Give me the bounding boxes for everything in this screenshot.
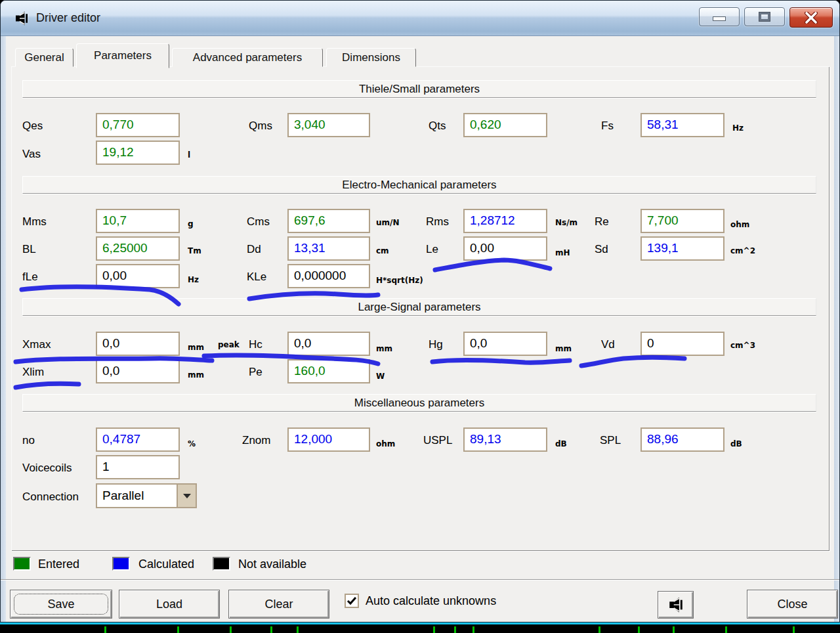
field-input-hc[interactable]: 0,0 [287,332,370,356]
field-value-voicecoils: 1 [102,460,110,473]
maximize-button[interactable] [744,7,785,26]
field-label-cms: Cms [247,215,270,229]
field-input-znom[interactable]: 12,000 [287,427,370,452]
window-title: Driver editor [36,11,100,25]
unit-mms: g [188,219,194,229]
field-input-qes[interactable]: 0,770 [96,113,180,137]
field-input-hg[interactable]: 0,0 [463,332,547,356]
field-input-sd[interactable]: 139,1 [640,236,724,261]
field-label-voicecoils: Voicecoils [22,462,72,475]
field-value-qts: 0,620 [470,118,501,131]
tab-parameters[interactable]: Parameters [76,43,169,68]
field-value-spl: 88,96 [647,432,679,446]
field-input-rms[interactable]: 1,28712 [463,209,547,233]
section-header-miscellaneous: Miscellaneous parameters [22,394,816,412]
field-label-znom: Znom [242,434,270,447]
close-window-button[interactable] [789,7,833,28]
close-button[interactable]: Close [747,590,838,619]
save-button[interactable]: Save [10,590,112,619]
field-value-cms: 697,6 [294,213,326,227]
field-input-spl[interactable]: 88,96 [640,427,724,452]
load-button[interactable]: Load [119,590,220,619]
field-input-mms[interactable]: 10,7 [96,209,180,233]
field-input-vd[interactable]: 0 [640,332,724,356]
chevron-down-icon [183,494,191,498]
section-header-electro-mechanical: Electro-Mechanical parameters [22,176,816,194]
unit-hg: mm [555,344,572,353]
field-value-xmax: 0,0 [102,336,119,350]
tab-advanced-parameters[interactable]: Advanced parameters [172,48,323,67]
field-value-fle: 0,00 [102,269,127,282]
field-input-le[interactable]: 0,00 [463,236,547,261]
tick-mark [638,626,640,633]
speaker-icon [667,596,684,613]
close-button-label: Close [777,598,807,611]
unit-znom: ohm [376,439,395,448]
field-input-bl[interactable]: 6,25000 [96,236,180,261]
field-input-xmax[interactable]: 0,0 [96,332,180,356]
titlebar[interactable]: Driver editor [1,1,839,36]
clear-button[interactable]: Clear [228,590,329,619]
unit-pe: W [376,372,385,381]
field-input-qms[interactable]: 3,040 [287,113,370,137]
clear-button-label: Clear [264,598,293,611]
connection-dropdown-button[interactable] [177,485,196,507]
field-label-dd: Dd [247,243,261,256]
speaker-test-button[interactable] [658,591,694,619]
connection-selected-value: Parallel [97,485,177,507]
field-label-re: Re [595,215,609,229]
field-label-connection: Connection [22,491,79,504]
minimize-button[interactable] [699,7,740,26]
field-input-cms[interactable]: 697,6 [287,209,370,233]
field-input-fle[interactable]: 0,00 [96,264,180,288]
field-label-bl: BL [22,243,36,256]
close-icon [804,12,818,24]
load-button-label: Load [156,598,182,611]
field-value-xlim: 0,0 [102,364,119,378]
field-input-re[interactable]: 7,700 [640,209,724,233]
legend-swatch-calculated [112,557,130,571]
footer-divider [1,579,840,580]
tab-general[interactable]: General [15,48,74,67]
field-input-no[interactable]: 0,4787 [96,427,180,452]
tab-parameters-label: Parameters [94,49,152,62]
legend-label-not-available: Not available [238,557,306,571]
unit-hc: mm [376,344,392,353]
field-input-dd[interactable]: 13,31 [287,236,370,261]
field-value-znom: 12,000 [294,432,332,446]
field-value-mms: 10,7 [102,213,127,227]
field-input-fs[interactable]: 58,31 [640,113,724,137]
field-label-xlim: Xlim [22,366,44,379]
field-input-pe[interactable]: 160,0 [287,359,370,383]
tick-mark [104,626,106,633]
field-value-dd: 13,31 [294,241,326,255]
field-input-vas[interactable]: 19,12 [96,141,180,165]
field-input-xlim[interactable]: 0,0 [96,359,180,383]
auto-calculate-checkbox[interactable] [345,594,359,608]
field-input-qts[interactable]: 0,620 [463,113,547,137]
field-value-uspl: 89,13 [470,432,501,446]
field-input-kle[interactable]: 0,000000 [287,264,370,288]
field-value-qes: 0,770 [102,118,134,131]
field-label-fs: Fs [601,120,614,133]
field-value-bl: 6,25000 [102,241,148,255]
connection-dropdown[interactable]: Parallel [96,483,197,508]
field-label-fle: fLe [22,271,38,284]
unit-vas: l [188,150,190,160]
minimize-icon [713,16,726,21]
field-input-voicecoils[interactable]: 1 [96,455,180,479]
unit-sd: cm^2 [730,246,755,255]
tick-mark [297,626,299,633]
field-label-uspl: USPL [423,434,452,447]
window-frame-left [1,36,6,622]
tick-mark [433,626,435,633]
field-input-uspl[interactable]: 89,13 [463,427,547,452]
field-label-no: no [22,434,35,447]
field-label-le: Le [426,243,438,256]
tick-mark [673,626,675,633]
tab-dimensions-label: Dimensions [342,51,400,64]
unit-xmax-peak: peak [218,340,240,349]
tab-dimensions[interactable]: Dimensions [326,48,416,67]
window-frame-right [834,36,839,622]
tick-mark [472,626,474,633]
